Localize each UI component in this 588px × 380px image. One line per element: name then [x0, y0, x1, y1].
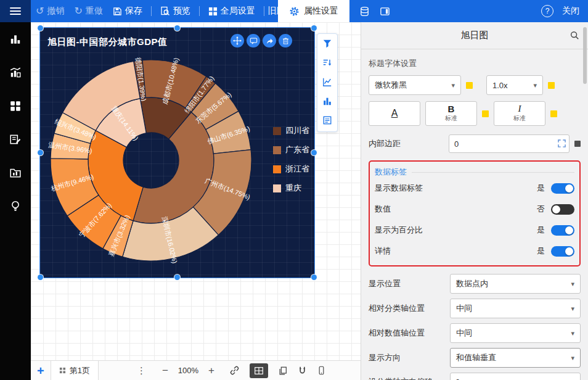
legend-label: 重庆 — [285, 183, 301, 194]
zoom-in-button[interactable]: + — [208, 365, 214, 376]
show-data-label-toggle[interactable] — [551, 183, 574, 194]
bar-chart-tool-button[interactable] — [321, 96, 334, 108]
database-icon — [359, 6, 370, 17]
line-chart-tool-button[interactable] — [321, 76, 334, 89]
comment-widget-button[interactable] — [247, 34, 260, 48]
preview-button[interactable]: 预览 — [155, 0, 195, 22]
resize-handle-nw[interactable] — [38, 25, 43, 31]
resize-handle-e[interactable] — [311, 150, 317, 155]
side-panel-icon — [380, 6, 390, 17]
panel-scrollbar[interactable] — [583, 27, 587, 375]
delete-widget-button[interactable] — [279, 34, 292, 48]
tab-properties-label: 属性设置 — [304, 6, 338, 17]
panel-search-button[interactable] — [570, 30, 579, 40]
datasource-button[interactable] — [354, 0, 375, 22]
bold-style-button[interactable]: B 标准 — [425, 101, 477, 126]
resize-handle-s[interactable] — [174, 275, 180, 280]
mobile-preview-button[interactable] — [317, 366, 326, 375]
app-window: ↺ 撤销 ↻ 重做 保存 预览 全局设置 旧版 — [0, 0, 588, 380]
main-menu-button[interactable] — [0, 0, 31, 22]
underline-style-button[interactable]: A — [369, 101, 420, 126]
sidebar-item-report-folder[interactable] — [5, 164, 26, 183]
toggle-panel-button[interactable] — [375, 0, 395, 22]
value-axis-position-select[interactable]: 中间 ▾ — [450, 323, 581, 343]
resize-handle-n[interactable] — [174, 25, 180, 31]
widget-action-buttons — [231, 34, 292, 48]
panel-scrollbar-thumb[interactable] — [583, 27, 587, 84]
zoom-level: 100% — [178, 366, 198, 375]
legend-item[interactable]: 四川省 — [273, 125, 309, 136]
toggle-state: 否 — [537, 204, 545, 215]
filter-tool-button[interactable] — [321, 38, 334, 51]
lightbulb-icon — [9, 200, 22, 214]
italic-style-button[interactable]: I 标准 — [494, 101, 545, 126]
undo-button[interactable]: ↺ 撤销 — [31, 0, 69, 22]
detail-toggle[interactable] — [551, 246, 574, 257]
italic-caption: 标准 — [513, 114, 526, 123]
save-icon — [113, 7, 122, 16]
toggle-row-show-data-label: 显示数据标签 是 — [375, 178, 574, 199]
padding-input[interactable] — [449, 134, 570, 153]
sidebar-item-charts[interactable] — [5, 31, 26, 49]
resize-handle-sw[interactable] — [38, 275, 43, 280]
value-toggle[interactable] — [551, 204, 574, 215]
yellow-indicator — [482, 110, 489, 117]
sidebar-item-ideas[interactable] — [5, 197, 26, 216]
page-tab-1[interactable]: 第1页 — [51, 361, 99, 380]
font-scale-select[interactable]: 1.0x ▾ — [486, 75, 543, 95]
add-page-button[interactable]: + — [37, 365, 44, 377]
close-button[interactable]: 关闭 — [562, 6, 579, 17]
page-more-button[interactable]: ⋮ — [137, 365, 146, 376]
sidebar-item-combo-chart[interactable] — [5, 64, 26, 83]
row-display-direction: 显示方向 和值轴垂直 ▾ — [369, 348, 581, 368]
move-widget-button[interactable] — [231, 34, 244, 48]
sidebar-item-dashboard[interactable] — [5, 97, 26, 116]
toggle-knob — [552, 205, 560, 213]
chart-tools-toolbar — [317, 33, 338, 132]
chevron-down-icon: ▾ — [571, 329, 574, 337]
save-button[interactable]: 保存 — [108, 0, 147, 22]
category-axis-position-select[interactable]: 中间 ▾ — [450, 299, 581, 318]
yellow-indicator — [466, 82, 473, 89]
funnel-icon — [322, 39, 332, 51]
sunburst-chart-widget[interactable]: 旭日图-中国部分城市GDP值 德阳市(1.39%)成都市(10.48%)绵阳市(… — [40, 28, 314, 278]
font-family-select[interactable]: 微软雅黑 ▾ — [369, 75, 461, 95]
global-settings-button[interactable]: 全局设置 — [203, 0, 260, 22]
sort-tool-button[interactable] — [321, 57, 334, 70]
design-canvas[interactable]: 旭日图-中国部分城市GDP值 德阳市(1.39%)成都市(10.48%)绵阳市(… — [31, 22, 361, 360]
legend-item[interactable]: 广东省 — [273, 144, 309, 155]
category-offset-input[interactable] — [450, 373, 581, 380]
data-table-tool-button[interactable] — [321, 115, 334, 127]
share-widget-button[interactable] — [263, 34, 276, 48]
legacy-version-label[interactable]: 旧版 — [268, 6, 278, 17]
tab-properties-settings[interactable]: 属性设置 — [278, 0, 349, 22]
bold-b-glyph: B — [448, 104, 455, 114]
sidebar-item-form-edit[interactable] — [5, 131, 26, 149]
resize-handle-se[interactable] — [311, 275, 317, 280]
duplicate-button[interactable] — [278, 366, 288, 376]
zoom-out-button[interactable]: − — [162, 365, 168, 376]
resize-handle-w[interactable] — [38, 150, 43, 155]
link-button[interactable] — [229, 365, 240, 376]
percentage-toggle[interactable] — [551, 225, 574, 236]
save-label: 保存 — [125, 6, 142, 17]
display-position-select[interactable]: 数据点内 ▾ — [450, 274, 581, 294]
snap-magnet-button[interactable] — [298, 366, 307, 375]
phone-icon — [317, 366, 326, 375]
display-direction-select[interactable]: 和值轴垂直 ▾ — [450, 348, 581, 368]
legend-label: 浙江省 — [285, 163, 309, 175]
expand-icon[interactable] — [558, 139, 566, 149]
redo-button[interactable]: ↻ 重做 — [69, 0, 107, 22]
help-button[interactable]: ? — [541, 5, 553, 17]
chevron-down-icon: ▾ — [571, 354, 574, 362]
row-category-axis-position: 相对分类轴位置 中间 ▾ — [369, 299, 581, 318]
bar-chart-icon — [322, 96, 332, 108]
toggle-state: 是 — [537, 246, 545, 257]
data-label-annotation-box: 数据标签 显示数据标签 是 数值 否 显示为百分比 是 — [369, 160, 581, 266]
grid-toggle-button[interactable] — [250, 363, 268, 378]
share-icon — [266, 37, 274, 45]
italic-i-glyph: I — [518, 104, 521, 114]
resize-handle-ne[interactable] — [311, 25, 317, 31]
legend-item[interactable]: 重庆 — [273, 183, 309, 194]
legend-item[interactable]: 浙江省 — [273, 163, 309, 175]
